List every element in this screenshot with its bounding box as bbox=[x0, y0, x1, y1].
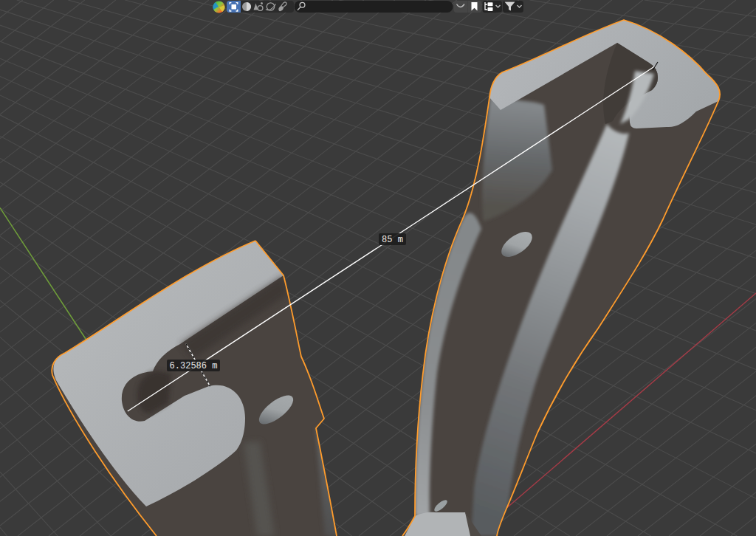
svg-text:85 m: 85 m bbox=[382, 235, 403, 245]
svg-text:6.32586 m: 6.32586 m bbox=[170, 361, 218, 371]
